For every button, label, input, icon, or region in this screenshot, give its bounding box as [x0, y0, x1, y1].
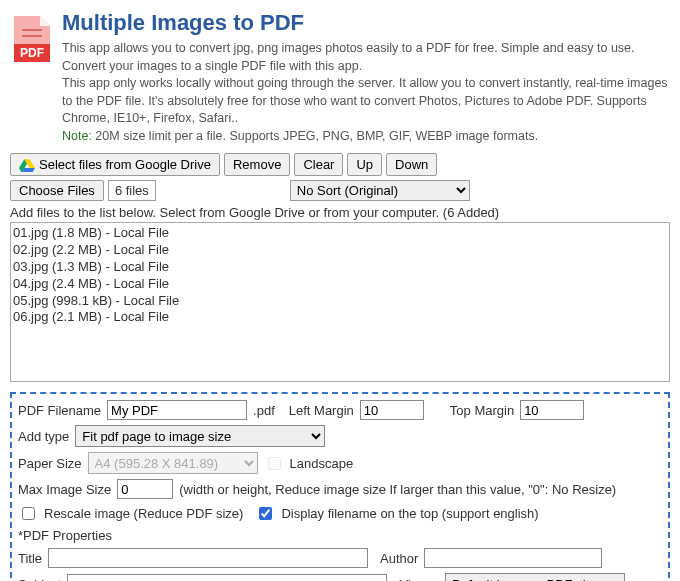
note-text: 20M size limit per a file. Supports JPEG…: [92, 129, 538, 143]
landscape-label: Landscape: [290, 456, 354, 471]
file-row: Choose Files 6 files No Sort (Original): [10, 180, 670, 201]
desc-2: This app only works locally without goin…: [62, 76, 668, 125]
list-item[interactable]: 03.jpg (1.3 MB) - Local File: [13, 259, 667, 276]
displayfn-checkbox[interactable]: [259, 507, 272, 520]
list-item[interactable]: 06.jpg (2.1 MB) - Local File: [13, 309, 667, 326]
note-label: Note:: [62, 129, 92, 143]
down-button[interactable]: Down: [386, 153, 437, 176]
left-margin-label: Left Margin: [289, 403, 354, 418]
viewer-select[interactable]: Default browser PDF viewer: [445, 573, 625, 581]
landscape-checkbox[interactable]: [268, 457, 281, 470]
displayfn-label: Display filename on the top (support eng…: [281, 506, 538, 521]
page-title: Multiple Images to PDF: [62, 10, 670, 36]
papersize-label: Paper Size: [18, 456, 82, 471]
list-item[interactable]: 01.jpg (1.8 MB) - Local File: [13, 225, 667, 242]
filename-label: PDF Filename: [18, 403, 101, 418]
title-input[interactable]: [48, 548, 368, 568]
choose-files-button[interactable]: Choose Files: [10, 180, 104, 201]
header: PDF Multiple Images to PDF This app allo…: [10, 10, 670, 145]
svg-text:PDF: PDF: [20, 46, 44, 60]
pdf-icon: PDF: [10, 14, 52, 64]
toolbar: Select files from Google Drive Remove Cl…: [10, 153, 670, 176]
gdrive-label: Select files from Google Drive: [39, 157, 211, 172]
top-margin-label: Top Margin: [450, 403, 514, 418]
viewer-label: Viewer: [399, 577, 439, 582]
settings-panel: PDF Filename .pdf Left Margin Top Margin…: [10, 392, 670, 581]
subject-input[interactable]: [67, 574, 387, 581]
filename-input[interactable]: [107, 400, 247, 420]
left-margin-input[interactable]: [360, 400, 424, 420]
gdrive-button[interactable]: Select files from Google Drive: [10, 153, 220, 176]
subject-label: Subject: [18, 577, 61, 582]
sort-select[interactable]: No Sort (Original): [290, 180, 470, 201]
rescale-checkbox[interactable]: [22, 507, 35, 520]
up-button[interactable]: Up: [347, 153, 382, 176]
remove-button[interactable]: Remove: [224, 153, 290, 176]
author-label: Author: [380, 551, 418, 566]
maximg-hint: (width or height, Reduce image size If l…: [179, 482, 616, 497]
ext-label: .pdf: [253, 403, 275, 418]
rescale-label: Rescale image (Reduce PDF size): [44, 506, 243, 521]
add-hint: Add files to the list below. Select from…: [10, 205, 670, 220]
header-text: Multiple Images to PDF This app allows y…: [62, 10, 670, 145]
maximg-label: Max Image Size: [18, 482, 111, 497]
file-count: 6 files: [108, 180, 156, 201]
desc-1: This app allows you to convert jpg, png …: [62, 41, 635, 73]
addtype-label: Add type: [18, 429, 69, 444]
title-label: Title: [18, 551, 42, 566]
list-item[interactable]: 02.jpg (2.2 MB) - Local File: [13, 242, 667, 259]
pdfprops-label: *PDF Properties: [18, 528, 112, 543]
papersize-select[interactable]: A4 (595.28 X 841.89): [88, 452, 258, 474]
gdrive-icon: [19, 158, 35, 172]
top-margin-input[interactable]: [520, 400, 584, 420]
addtype-select[interactable]: Fit pdf page to image size: [75, 425, 325, 447]
list-item[interactable]: 04.jpg (2.4 MB) - Local File: [13, 276, 667, 293]
file-list[interactable]: 01.jpg (1.8 MB) - Local File 02.jpg (2.2…: [10, 222, 670, 382]
author-input[interactable]: [424, 548, 602, 568]
clear-button[interactable]: Clear: [294, 153, 343, 176]
maximg-input[interactable]: [117, 479, 173, 499]
list-item[interactable]: 05.jpg (998.1 kB) - Local File: [13, 293, 667, 310]
